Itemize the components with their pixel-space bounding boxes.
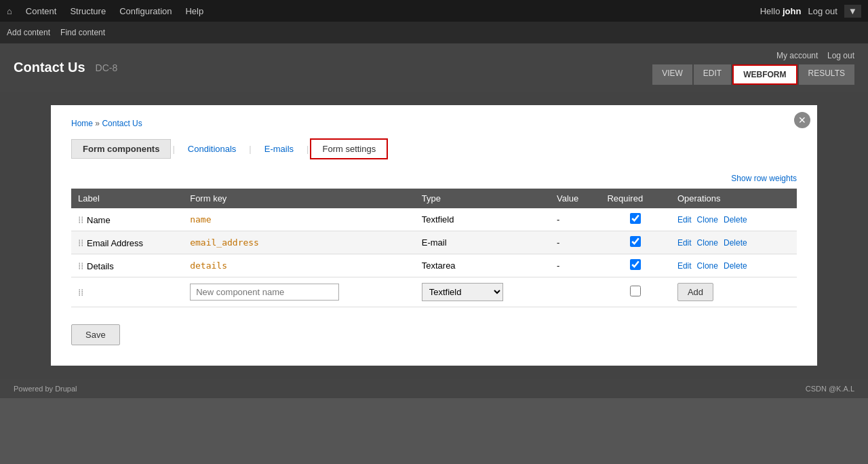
nav-configuration[interactable]: Configuration: [119, 6, 172, 16]
my-account-link[interactable]: My account: [776, 51, 818, 60]
col-type: Type: [415, 189, 550, 208]
col-required: Required: [600, 189, 671, 208]
tab-sep-2: |: [248, 144, 252, 154]
cell-required: [600, 231, 671, 254]
cell-label: ⁞⁞Name: [71, 208, 183, 231]
tab-sep-3: |: [305, 144, 310, 154]
admin-logout-link[interactable]: Log out: [808, 6, 837, 16]
nav-help[interactable]: Help: [185, 6, 203, 16]
new-drag-handle-cell: ⁞⁞: [71, 277, 183, 307]
table-row: ⁞⁞Email Addressemail_addressE-mail-EditC…: [71, 231, 797, 254]
col-label: Label: [71, 189, 183, 208]
add-component-button[interactable]: Add: [677, 283, 713, 301]
new-component-type-cell: TextfieldTextareaE-mailSelectCheckboxDat…: [415, 277, 550, 307]
drag-handle[interactable]: ⁞⁞: [78, 237, 87, 248]
op-edit-link[interactable]: Edit: [677, 238, 692, 248]
breadcrumb-current[interactable]: Contact Us: [102, 119, 142, 128]
cell-formkey: details: [183, 254, 415, 277]
footer: Powered by Drupal CSDN @K.A.L: [0, 379, 868, 398]
tab-emails[interactable]: E-mails: [253, 139, 305, 159]
cell-required: [600, 208, 671, 231]
cell-operations: EditCloneDelete: [671, 254, 797, 277]
cell-type: Textfield: [415, 208, 550, 231]
cell-type: Textarea: [415, 254, 550, 277]
table-row: ⁞⁞NamenameTextfield-EditCloneDelete: [71, 208, 797, 231]
breadcrumb-home[interactable]: Home: [71, 119, 93, 128]
op-delete-link[interactable]: Delete: [724, 238, 747, 248]
tab-results[interactable]: RESULTS: [799, 64, 854, 85]
required-checkbox[interactable]: [630, 213, 641, 224]
row-weights-area: Show row weights: [71, 173, 797, 183]
tab-form-components[interactable]: Form components: [71, 139, 171, 159]
new-component-required-cell: [600, 277, 671, 307]
required-checkbox[interactable]: [630, 236, 641, 247]
nav-content[interactable]: Content: [26, 6, 57, 16]
formkey-value: email_address: [190, 237, 259, 248]
new-component-input[interactable]: [190, 284, 339, 301]
nav-structure[interactable]: Structure: [70, 6, 106, 16]
page-title: Contact Us: [14, 60, 85, 75]
cell-operations: EditCloneDelete: [671, 208, 797, 231]
formkey-value: details: [190, 260, 227, 271]
op-clone-link[interactable]: Clone: [697, 215, 718, 225]
new-component-add-cell: Add: [671, 277, 797, 307]
tab-webform[interactable]: WEBFORM: [732, 64, 797, 85]
new-component-required-checkbox[interactable]: [630, 286, 641, 296]
new-component-value-cell: [550, 277, 600, 307]
header-tabs: VIEW EDIT WEBFORM RESULTS: [652, 64, 854, 85]
cell-formkey: name: [183, 208, 415, 231]
find-content-link[interactable]: Find content: [60, 28, 105, 37]
table-row: ⁞⁞DetailsdetailsTextarea-EditCloneDelete: [71, 254, 797, 277]
title-area: Contact Us DC-8: [14, 60, 117, 75]
home-icon[interactable]: ⌂: [7, 6, 12, 16]
cell-required: [600, 254, 671, 277]
cell-value: -: [550, 231, 600, 254]
cell-label: ⁞⁞Email Address: [71, 231, 183, 254]
cell-type: E-mail: [415, 231, 550, 254]
tab-conditionals[interactable]: Conditionals: [176, 139, 248, 159]
tab-view[interactable]: VIEW: [652, 64, 692, 85]
col-value: Value: [550, 189, 600, 208]
save-button[interactable]: Save: [71, 324, 120, 345]
col-operations: Operations: [671, 189, 797, 208]
new-component-type-select[interactable]: TextfieldTextareaE-mailSelectCheckboxDat…: [422, 283, 503, 301]
new-component-row: ⁞⁞TextfieldTextareaE-mailSelectCheckboxD…: [71, 277, 797, 307]
secondary-bar: Add content Find content: [0, 22, 868, 43]
admin-dropdown-button[interactable]: ▼: [844, 5, 861, 18]
credit: CSDN @K.A.L: [806, 385, 854, 393]
page-logout-link[interactable]: Log out: [827, 51, 854, 60]
required-checkbox[interactable]: [630, 259, 641, 270]
page-user-links: My account Log out: [776, 50, 854, 60]
show-row-weights-link[interactable]: Show row weights: [731, 174, 797, 183]
drag-handle[interactable]: ⁞⁞: [78, 260, 87, 271]
page-header: Contact Us DC-8 My account Log out VIEW …: [0, 43, 868, 92]
add-content-link[interactable]: Add content: [7, 28, 50, 37]
components-table: Label Form key Type Value Required Opera…: [71, 189, 797, 307]
breadcrumb-sep-char: »: [95, 119, 100, 128]
form-tabs: Form components | Conditionals | E-mails…: [71, 138, 797, 159]
col-formkey: Form key: [183, 189, 415, 208]
op-edit-link[interactable]: Edit: [677, 261, 692, 271]
cell-formkey: email_address: [183, 231, 415, 254]
op-delete-link[interactable]: Delete: [724, 261, 747, 271]
op-clone-link[interactable]: Clone: [697, 261, 718, 271]
op-delete-link[interactable]: Delete: [724, 215, 747, 225]
user-greeting: Hello john: [760, 6, 802, 16]
tab-form-settings[interactable]: Form settings: [310, 138, 388, 159]
op-clone-link[interactable]: Clone: [697, 238, 718, 248]
tab-sep-1: |: [171, 144, 176, 154]
cell-operations: EditCloneDelete: [671, 231, 797, 254]
breadcrumb: Home » Contact Us: [71, 119, 797, 128]
tab-edit[interactable]: EDIT: [694, 64, 731, 85]
powered-by: Powered by Drupal: [14, 385, 77, 393]
close-button[interactable]: ✕: [794, 112, 810, 128]
drag-handle[interactable]: ⁞⁞: [78, 214, 87, 225]
new-component-name-cell: [183, 277, 415, 307]
cell-value: -: [550, 208, 600, 231]
formkey-value: name: [190, 214, 211, 225]
dc-label: DC-8: [96, 62, 118, 73]
modal: ✕ Home » Contact Us Form components | Co…: [51, 105, 817, 366]
cell-value: -: [550, 254, 600, 277]
op-edit-link[interactable]: Edit: [677, 215, 692, 225]
new-drag-handle[interactable]: ⁞⁞: [78, 287, 87, 298]
